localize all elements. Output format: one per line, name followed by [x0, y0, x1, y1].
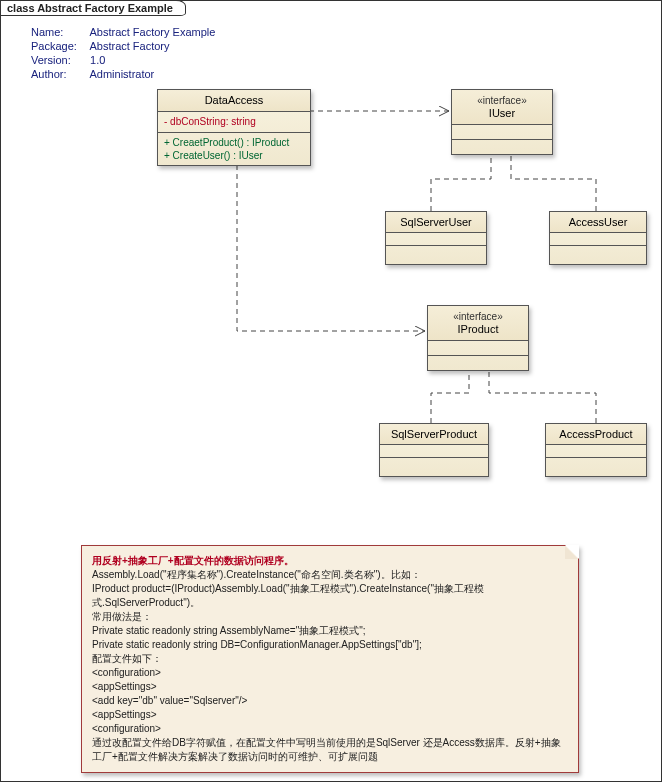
diagram-metadata: Name: Abstract Factory Example Package: … [31, 25, 215, 81]
diagram-title-tab: class Abstract Factory Example [0, 0, 186, 16]
iproduct-stereotype: «interface» [434, 310, 522, 323]
meta-version-value: 1.0 [90, 54, 105, 66]
note-line-5: Private static readonly string DB=Config… [92, 638, 568, 652]
class-sqlserveruser[interactable]: SqlServerUser [385, 211, 487, 265]
iuser-stereotype: «interface» [458, 94, 546, 107]
meta-name-label: Name: [31, 25, 87, 39]
iproduct-name: IProduct [434, 323, 522, 336]
interface-iproduct[interactable]: «interface» IProduct [427, 305, 529, 371]
note-line-11: <configuration> [92, 722, 568, 736]
note-line-4: Private static readonly string AssemblyN… [92, 624, 568, 638]
sqlserverproduct-name: SqlServerProduct [391, 428, 477, 440]
note-line-2: IProduct product=(IProduct)Assembly.Load… [92, 582, 568, 610]
interface-iuser[interactable]: «interface» IUser [451, 89, 553, 155]
note-line-10: <appSettings> [92, 708, 568, 722]
note-line-7: <configuration> [92, 666, 568, 680]
iuser-name: IUser [458, 107, 546, 120]
class-dataaccess[interactable]: DataAccess - dbConString: string + Creae… [157, 89, 311, 166]
note-line-8: <appSettings> [92, 680, 568, 694]
attr-dbconstring: dbConString: string [167, 116, 255, 127]
accessproduct-name: AccessProduct [559, 428, 632, 440]
diagram-title-text: class Abstract Factory Example [7, 2, 173, 14]
meta-author-value: Administrator [89, 68, 154, 80]
note-title: 用反射+抽象工厂+配置文件的数据访问程序。 [92, 554, 568, 568]
op-createuser: + CreateUser() : IUser [164, 149, 304, 162]
class-dataaccess-name: DataAccess [164, 94, 304, 107]
note-box[interactable]: 用反射+抽象工厂+配置文件的数据访问程序。 Assembly.Load("程序集… [81, 545, 579, 773]
op-createproduct: + CreaetProduct() : IProduct [164, 136, 304, 149]
note-line-6: 配置文件如下： [92, 652, 568, 666]
accessuser-name: AccessUser [569, 216, 628, 228]
class-accessproduct[interactable]: AccessProduct [545, 423, 647, 477]
meta-name-value: Abstract Factory Example [89, 26, 215, 38]
meta-version-label: Version: [31, 53, 87, 67]
meta-package-value: Abstract Factory [89, 40, 169, 52]
note-line-9: <add key="db" value="Sqlserver"/> [92, 694, 568, 708]
note-line-1: Assembly.Load("程序集名称").CreateInstance("命… [92, 568, 568, 582]
note-line-3: 常用做法是： [92, 610, 568, 624]
meta-author-label: Author: [31, 67, 87, 81]
diagram-canvas: class Abstract Factory Example Name: Abs… [0, 0, 662, 782]
note-line-12: 通过改配置文件给DB字符赋值，在配置文件中写明当前使用的是SqlServer 还… [92, 736, 568, 764]
sqlserveruser-name: SqlServerUser [400, 216, 472, 228]
class-accessuser[interactable]: AccessUser [549, 211, 647, 265]
meta-package-label: Package: [31, 39, 87, 53]
class-sqlserverproduct[interactable]: SqlServerProduct [379, 423, 489, 477]
